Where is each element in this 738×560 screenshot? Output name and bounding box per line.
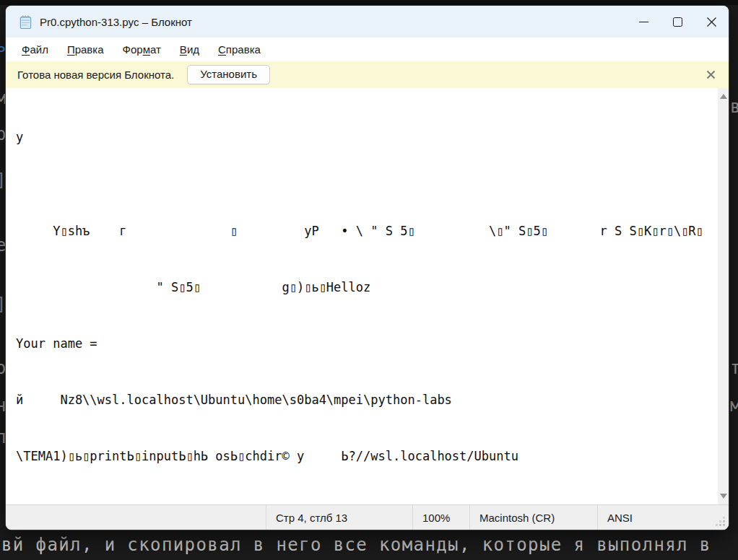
minimize-icon: [639, 22, 648, 22]
minimize-button[interactable]: [627, 6, 661, 38]
text-area[interactable]: у Y▯shъ г ▯ уР • \ " S 5▯ \▯" S▯5▯ r S S…: [6, 88, 729, 504]
close-button[interactable]: [695, 6, 729, 38]
menu-view[interactable]: Вид: [170, 40, 209, 58]
notepad-icon: [19, 14, 32, 30]
terminal-text-fragment: м: [730, 395, 738, 416]
scroll-up-icon[interactable]: [720, 94, 727, 99]
screen-top-strip: [0, 0, 738, 5]
update-message: Готова новая версия Блокнота.: [17, 69, 174, 81]
notepad-window: Pr0.cpython-313.pyc – Блокнот Файл Правк…: [6, 6, 729, 530]
menu-file[interactable]: Файл: [12, 40, 58, 58]
update-notification-bar: Готова новая версия Блокнота. Установить: [6, 61, 729, 88]
vertical-scrollbar[interactable]: [718, 88, 729, 504]
editor-line: \TEMA1)▯ь▯printЬ▯inputЬ▯hЬ osЬ▯chdir© у …: [16, 447, 714, 465]
zoom-level-indicator: 100%: [412, 505, 469, 530]
terminal-text-fragment: в: [730, 97, 738, 117]
editor-line: у: [16, 128, 714, 146]
window-title: Pr0.cpython-313.pyc – Блокнот: [40, 16, 192, 28]
scroll-down-icon[interactable]: [720, 494, 727, 499]
editor-line: " S▯5▯ g▯)▯ь▯Helloz: [16, 278, 714, 297]
maximize-button[interactable]: [661, 6, 695, 38]
editor-line: Your name =: [16, 334, 714, 353]
editor-line: й Nz8\\wsl.localhost\Ubuntu\home\s0ba4\m…: [16, 390, 714, 409]
install-button[interactable]: Установить: [187, 65, 270, 84]
menu-bar: Файл Правка Формат Вид Справка: [6, 38, 729, 61]
status-spacer: [6, 505, 266, 530]
cursor-position-indicator: Стр 4, стлб 13: [266, 505, 412, 530]
terminal-text-fragment: т: [730, 358, 738, 378]
encoding-indicator: ANSI: [597, 505, 729, 530]
resize-grip-icon[interactable]: [723, 524, 725, 526]
terminal-bottom-line: вй файл, и скопировал в него все команды…: [1, 533, 738, 557]
notification-close-icon: [706, 70, 716, 79]
menu-edit[interactable]: Правка: [58, 40, 113, 58]
editor-line: Y▯shъ г ▯ уР • \ " S 5▯ \▯" S▯5▯ r S S▯K…: [16, 222, 714, 240]
maximize-icon: [673, 17, 682, 27]
line-ending-indicator: Macintosh (CR): [469, 505, 597, 530]
status-bar: Стр 4, стлб 13 100% Macintosh (CR) ANSI: [6, 504, 729, 530]
notification-close-button[interactable]: [704, 69, 717, 82]
menu-help[interactable]: Справка: [209, 40, 270, 58]
close-icon: [706, 17, 717, 27]
menu-format[interactable]: Формат: [113, 40, 170, 58]
editor-text: у Y▯shъ г ▯ уР • \ " S 5▯ \▯" S▯5▯ r S S…: [16, 90, 714, 504]
window-controls: [627, 6, 729, 38]
title-bar[interactable]: Pr0.cpython-313.pyc – Блокнот: [6, 6, 729, 38]
